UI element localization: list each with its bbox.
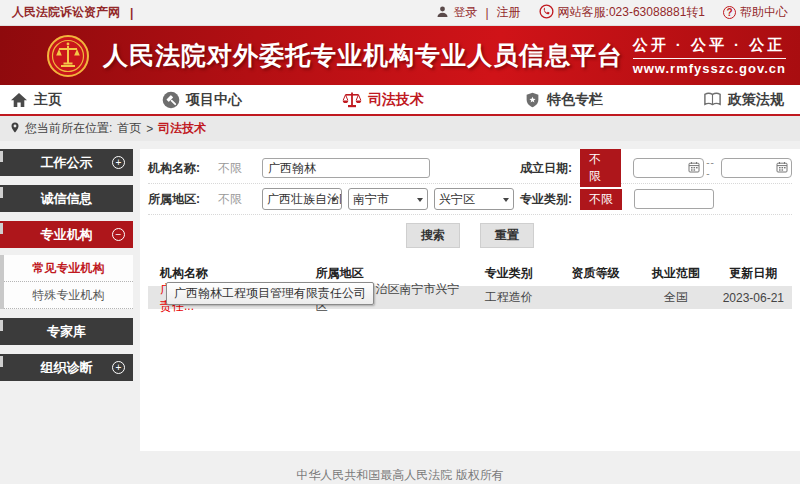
banner-slogan: 公开 · 公平 · 公正 bbox=[633, 36, 786, 59]
topbar-divider: | bbox=[130, 6, 133, 20]
sidebar: 工作公示 + 诚信信息 专业机构 − 常见专业机构 特殊专业机构 专家库 组织诊… bbox=[0, 149, 133, 390]
hotline-text: 网站客服:023-63088881转1 bbox=[558, 4, 705, 21]
nav-item-label: 项目中心 bbox=[186, 91, 242, 109]
help-group[interactable]: ? 帮助中心 bbox=[723, 4, 788, 21]
gavel-icon bbox=[162, 91, 180, 109]
login-register-group: 登录 | 注册 bbox=[436, 4, 520, 21]
calendar-icon bbox=[688, 161, 700, 176]
district-select-value: 兴宁区 bbox=[439, 191, 475, 208]
hotline-group: 网站客服:023-63088881转1 bbox=[539, 4, 705, 22]
login-link[interactable]: 登录 bbox=[453, 4, 477, 21]
platform-title: 人民法院对外委托专业机构专业人员信息平台 bbox=[103, 39, 623, 72]
sidebar-item-expert-pool[interactable]: 专家库 bbox=[0, 318, 133, 345]
phone-icon bbox=[539, 4, 554, 22]
header-region: 所属地区 bbox=[315, 265, 463, 282]
sidebar-item-integrity-info[interactable]: 诚信信息 bbox=[0, 185, 133, 212]
sidebar-submenu: 常见专业机构 特殊专业机构 bbox=[0, 255, 133, 309]
sidebar-item-label: 专业机构 bbox=[41, 226, 93, 244]
header-scope: 执业范围 bbox=[637, 265, 714, 282]
district-select[interactable]: 兴宁区 bbox=[434, 188, 514, 210]
main-panel: 机构名称: 不限 成立日期: 不限 --- bbox=[140, 149, 800, 451]
site-network-link[interactable]: 人民法院诉讼资产网 bbox=[12, 4, 120, 21]
banner-site-url: www.rmfysszc.gov.cn bbox=[633, 61, 786, 76]
city-select-value: 南宁市 bbox=[353, 191, 389, 208]
sidebar-item-label: 工作公示 bbox=[41, 154, 93, 172]
register-link[interactable]: 注册 bbox=[497, 4, 521, 21]
site-banner: 人民法院对外委托专业机构专业人员信息平台 公开 · 公平 · 公正 www.rm… bbox=[0, 26, 800, 85]
founding-date-label: 成立日期: bbox=[520, 160, 572, 177]
city-select[interactable]: 南宁市 bbox=[348, 188, 428, 210]
nav-item-label: 司法技术 bbox=[368, 91, 424, 109]
nav-item-policies[interactable]: 政策法规 bbox=[703, 91, 784, 109]
category-input[interactable] bbox=[634, 189, 714, 209]
org-name-label: 机构名称: bbox=[148, 160, 212, 177]
collapse-icon[interactable]: − bbox=[112, 228, 125, 241]
help-icon: ? bbox=[723, 6, 736, 19]
expand-icon[interactable]: + bbox=[112, 156, 125, 169]
nav-item-label: 主页 bbox=[34, 91, 62, 109]
category-any-button[interactable]: 不限 bbox=[580, 189, 622, 210]
breadcrumb-current: 司法技术 bbox=[158, 120, 206, 137]
category-label: 专业类别: bbox=[520, 191, 572, 208]
breadcrumb-separator: > bbox=[146, 122, 153, 136]
header-org-name: 机构名称 bbox=[148, 265, 315, 282]
founding-date-any-button[interactable]: 不限 bbox=[580, 149, 621, 187]
expand-icon[interactable]: + bbox=[112, 361, 125, 374]
form-buttons: 搜索 重置 bbox=[148, 215, 792, 254]
breadcrumb: 您当前所在位置: 首页 > 司法技术 bbox=[0, 116, 800, 141]
region-label: 所属地区: bbox=[148, 191, 212, 208]
sidebar-item-label: 诚信信息 bbox=[41, 190, 93, 208]
breadcrumb-prefix: 您当前所在位置: bbox=[25, 120, 112, 137]
cell-scope: 全国 bbox=[637, 289, 714, 306]
user-icon bbox=[436, 5, 449, 21]
header-updated: 更新日期 bbox=[715, 265, 792, 282]
badge-icon bbox=[524, 91, 541, 109]
sidebar-item-professional-orgs[interactable]: 专业机构 − bbox=[0, 221, 133, 248]
submenu-item-label: 常见专业机构 bbox=[33, 260, 105, 277]
cell-updated: 2023-06-21 bbox=[715, 291, 792, 305]
cell-category: 工程造价 bbox=[464, 289, 554, 306]
court-emblem-logo bbox=[46, 34, 90, 78]
sidebar-item-work-publicity[interactable]: 工作公示 + bbox=[0, 149, 133, 176]
footer-copyright: 中华人民共和国最高人民法院 版权所有 bbox=[0, 451, 800, 484]
founding-date-from-input[interactable] bbox=[633, 158, 704, 178]
nav-item-label: 政策法规 bbox=[728, 91, 784, 109]
org-name-input[interactable] bbox=[262, 158, 430, 178]
login-register-separator: | bbox=[485, 6, 488, 20]
calendar-icon bbox=[776, 161, 788, 176]
nav-item-home[interactable]: 主页 bbox=[10, 91, 62, 109]
utility-bar: 人民法院诉讼资产网 | 登录 | 注册 网站客服:023-63088881转1 … bbox=[0, 0, 800, 26]
header-category: 专业类别 bbox=[464, 265, 554, 282]
submenu-item-special-orgs[interactable]: 特殊专业机构 bbox=[4, 282, 133, 309]
province-select-value: 广西壮族自治区 bbox=[267, 191, 342, 208]
book-icon bbox=[703, 91, 722, 108]
search-button[interactable]: 搜索 bbox=[406, 223, 460, 248]
reset-button[interactable]: 重置 bbox=[480, 223, 534, 248]
main-nav: 主页 项目中心 司法技术 特色专栏 政策法规 bbox=[0, 85, 800, 116]
date-range-separator: --- bbox=[706, 157, 718, 179]
nav-item-project-center[interactable]: 项目中心 bbox=[162, 91, 242, 109]
scales-icon bbox=[342, 90, 362, 109]
nav-item-special-column[interactable]: 特色专栏 bbox=[524, 91, 603, 109]
org-name-any-option[interactable]: 不限 bbox=[218, 160, 262, 177]
founding-date-to-input[interactable] bbox=[721, 158, 792, 178]
help-link[interactable]: 帮助中心 bbox=[740, 4, 788, 21]
breadcrumb-home-link[interactable]: 首页 bbox=[117, 120, 141, 137]
sidebar-item-label: 专家库 bbox=[47, 323, 86, 341]
nav-item-judicial-tech[interactable]: 司法技术 bbox=[342, 90, 424, 109]
form-row-org-name: 机构名称: 不限 成立日期: 不限 --- bbox=[148, 153, 792, 184]
form-row-region: 所属地区: 不限 广西壮族自治区 南宁市 兴宁区 专业类别: 不限 bbox=[148, 184, 792, 215]
province-select[interactable]: 广西壮族自治区 bbox=[262, 188, 342, 210]
sidebar-item-org-diagnosis[interactable]: 组织诊断 + bbox=[0, 354, 133, 381]
org-name-tooltip: 广西翰林工程项目管理有限责任公司 bbox=[166, 282, 374, 305]
content-area: 工作公示 + 诚信信息 专业机构 − 常见专业机构 特殊专业机构 专家库 组织诊… bbox=[0, 141, 800, 451]
sidebar-item-label: 组织诊断 bbox=[41, 359, 93, 377]
location-pin-icon bbox=[10, 121, 20, 137]
submenu-item-label: 特殊专业机构 bbox=[33, 287, 105, 304]
region-any-option[interactable]: 不限 bbox=[218, 191, 262, 208]
submenu-item-common-orgs[interactable]: 常见专业机构 bbox=[4, 255, 133, 282]
home-icon bbox=[10, 92, 28, 108]
header-grade: 资质等级 bbox=[554, 265, 638, 282]
nav-item-label: 特色专栏 bbox=[547, 91, 603, 109]
